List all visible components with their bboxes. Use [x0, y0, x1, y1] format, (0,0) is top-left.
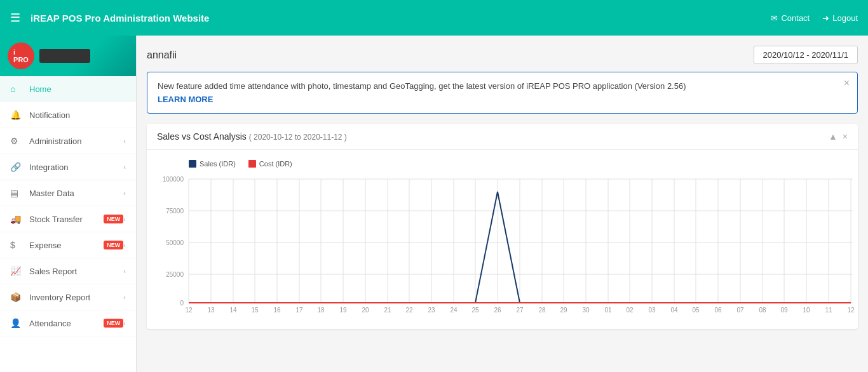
svg-text:22: 22	[405, 307, 413, 314]
contact-button[interactable]: ✉ Contact	[771, 13, 810, 23]
chart-controls: ▲ ×	[829, 131, 848, 142]
administration-icon: ⚙	[10, 136, 23, 146]
chart-body: Sales (IDR) Cost (IDR) 100000 75000 5000…	[147, 150, 858, 329]
hamburger-icon[interactable]: ☰	[10, 11, 20, 25]
chart-card: Sales vs Cost Analysis ( 2020-10-12 to 2…	[147, 124, 858, 329]
chevron-icon: ‹	[123, 319, 126, 327]
svg-text:03: 03	[648, 307, 656, 314]
sidebar-item-attendance[interactable]: 👤 Attendance NEW ‹	[0, 310, 136, 336]
stock-transfer-icon: 🚚	[10, 214, 23, 224]
svg-text:21: 21	[384, 307, 391, 314]
logout-button[interactable]: ➜ Logout	[822, 13, 858, 23]
sidebar-item-administration[interactable]: ⚙ Administration ‹	[0, 128, 136, 154]
svg-text:18: 18	[317, 307, 325, 314]
svg-text:25: 25	[471, 307, 479, 314]
mail-icon: ✉	[771, 13, 778, 23]
chart-collapse-button[interactable]: ▲	[829, 131, 837, 142]
sales-legend-dot	[189, 160, 196, 168]
chart-close-button[interactable]: ×	[843, 131, 848, 142]
svg-text:50000: 50000	[166, 239, 184, 246]
legend-sales: Sales (IDR)	[189, 160, 236, 168]
chevron-icon: ‹	[123, 189, 126, 197]
cost-legend-label: Cost (IDR)	[259, 160, 292, 168]
new-badge: NEW	[104, 319, 123, 328]
chart-svg: 100000 75000 50000 25000 0 // re	[157, 173, 856, 319]
sidebar-item-home[interactable]: ⌂ Home	[0, 76, 136, 102]
chevron-icon: ‹	[123, 293, 126, 301]
svg-text:01: 01	[604, 307, 612, 314]
svg-text:100000: 100000	[163, 176, 184, 183]
chevron-icon: ‹	[123, 267, 126, 275]
sidebar-item-notification[interactable]: 🔔 Notification	[0, 102, 136, 128]
chevron-icon: ‹	[123, 241, 126, 249]
chart-title-block: Sales vs Cost Analysis ( 2020-10-12 to 2…	[157, 131, 347, 142]
sidebar-item-label: Stock Transfer	[29, 215, 100, 224]
app-title: iREAP POS Pro Administration Website	[31, 13, 771, 23]
sidebar-item-sales-report[interactable]: 📈 Sales Report ‹	[0, 258, 136, 284]
sidebar: iPRO ⌂ Home 🔔 Notification ⚙ Administrat…	[0, 36, 137, 372]
new-badge: NEW	[104, 241, 123, 249]
svg-text:16: 16	[273, 307, 281, 314]
svg-text:13: 13	[207, 307, 215, 314]
sidebar-logo: iPRO	[0, 36, 136, 76]
svg-text:0: 0	[180, 300, 184, 307]
svg-text:30: 30	[582, 307, 590, 314]
sidebar-item-stock-transfer[interactable]: 🚚 Stock Transfer NEW ‹	[0, 206, 136, 232]
sales-report-icon: 📈	[10, 266, 23, 276]
sidebar-item-integration[interactable]: 🔗 Integration ‹	[0, 154, 136, 180]
svg-text:11: 11	[825, 307, 832, 314]
svg-text:05: 05	[692, 307, 700, 314]
user-name: annafii	[147, 50, 177, 61]
svg-text:28: 28	[538, 307, 546, 314]
svg-text:25000: 25000	[166, 271, 184, 278]
expense-icon: $	[10, 240, 23, 250]
svg-text:26: 26	[494, 307, 501, 314]
sidebar-item-label: Integration	[29, 163, 123, 172]
notification-icon: 🔔	[10, 110, 23, 120]
attendance-icon: 👤	[10, 318, 23, 328]
svg-text:06: 06	[714, 307, 722, 314]
logo-text: iPRO	[13, 48, 29, 63]
close-banner-button[interactable]: ×	[844, 77, 850, 89]
svg-text:14: 14	[229, 307, 237, 314]
svg-text:29: 29	[560, 307, 567, 314]
chart-title: Sales vs Cost Analysis ( 2020-10-12 to 2…	[157, 131, 347, 142]
sidebar-item-label: Master Data	[29, 189, 123, 198]
contact-label: Contact	[781, 13, 810, 23]
svg-text:19: 19	[339, 307, 347, 314]
svg-text:75000: 75000	[166, 208, 184, 215]
chevron-icon: ‹	[123, 137, 126, 145]
chevron-icon: ‹	[123, 163, 126, 171]
legend-cost: Cost (IDR)	[248, 160, 292, 168]
sidebar-item-label: Attendance	[29, 319, 100, 328]
svg-text:02: 02	[626, 307, 634, 314]
main-content: annafii 2020/10/12 - 2020/11/1 × New fea…	[137, 36, 868, 372]
svg-text:04: 04	[670, 307, 678, 314]
integration-icon: 🔗	[10, 162, 23, 172]
sidebar-item-label: Administration	[29, 136, 123, 146]
logo-badge	[39, 49, 90, 63]
svg-text:17: 17	[295, 307, 303, 314]
sidebar-item-expense[interactable]: $ Expense NEW ‹	[0, 232, 136, 258]
logo-circle: iPRO	[8, 43, 34, 69]
master-data-icon: ▤	[10, 188, 23, 198]
svg-text:10: 10	[803, 307, 810, 314]
notification-text: New feature added time attendance with p…	[158, 81, 834, 91]
sidebar-item-label: Sales Report	[29, 267, 123, 276]
svg-text:27: 27	[516, 307, 524, 314]
sidebar-item-label: Expense	[29, 241, 100, 250]
svg-text:24: 24	[450, 307, 458, 314]
svg-text:08: 08	[759, 307, 766, 314]
sidebar-item-inventory-report[interactable]: 📦 Inventory Report ‹	[0, 284, 136, 310]
sidebar-item-master-data[interactable]: ▤ Master Data ‹	[0, 180, 136, 206]
header-actions: ✉ Contact ➜ Logout	[771, 13, 858, 23]
svg-text:09: 09	[780, 307, 788, 314]
sidebar-nav: ⌂ Home 🔔 Notification ⚙ Administration ‹…	[0, 76, 136, 372]
logout-icon: ➜	[822, 13, 829, 23]
chevron-icon: ‹	[123, 215, 126, 223]
user-bar: annafii 2020/10/12 - 2020/11/1	[147, 46, 858, 64]
date-range: 2020/10/12 - 2020/11/1	[754, 46, 858, 64]
sidebar-item-label: Inventory Report	[29, 293, 123, 302]
learn-more-button[interactable]: LEARN MORE	[158, 95, 834, 104]
svg-text:12: 12	[847, 307, 855, 314]
